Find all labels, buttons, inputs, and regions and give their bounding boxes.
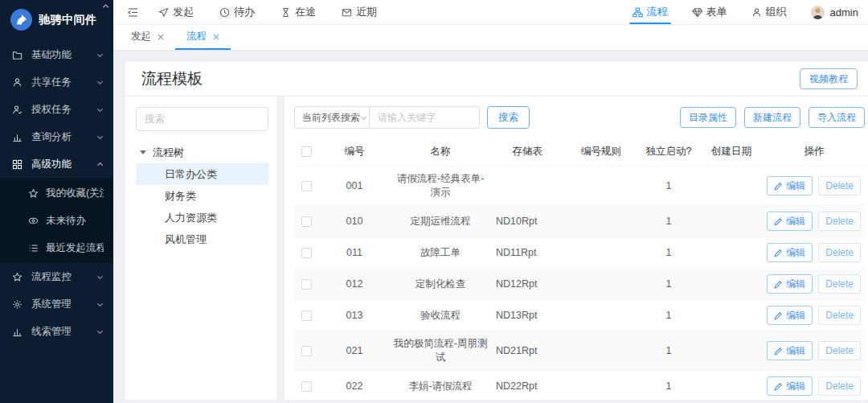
edit-button[interactable]: 编辑 <box>767 306 813 325</box>
close-icon[interactable] <box>213 34 219 40</box>
sidebar-item-query-analysis[interactable]: 查询分析 <box>0 123 113 150</box>
cell-store: ND10Rpt <box>490 209 564 234</box>
row-checkbox[interactable] <box>301 381 312 392</box>
nav-item-organization[interactable]: 组织 <box>751 0 787 24</box>
delete-button[interactable]: Delete <box>818 274 861 294</box>
unicorn-logo-icon <box>10 9 32 31</box>
table-body: 001 请假流程-经典表单-演示 1 编辑 Delete 010 定期运维流程 … <box>294 167 865 402</box>
nav-item-process[interactable]: 流程 <box>633 0 668 24</box>
tab-process[interactable]: 流程 <box>175 25 231 50</box>
user-menu[interactable]: admin <box>811 0 858 24</box>
chevron-down-icon <box>96 301 104 308</box>
folder-icon <box>12 49 23 60</box>
close-icon[interactable] <box>158 34 164 40</box>
nav-item-recent[interactable]: 近期 <box>342 0 377 24</box>
cell-name: 故障工单 <box>391 241 490 265</box>
cell-store <box>490 180 564 191</box>
tab-bar: 发起 流程 <box>113 25 868 51</box>
sidebar: 驰骋中间件 基础功能 共享任务 授权任务 查询分析 <box>0 0 113 403</box>
cell-created <box>699 310 764 321</box>
row-checkbox[interactable] <box>301 346 312 356</box>
sidebar-item-future-todo[interactable]: 未来待办 <box>0 207 113 234</box>
tree-node-daily-office[interactable]: 日常办公类 <box>136 163 268 185</box>
row-checkbox[interactable] <box>301 279 312 290</box>
card-body: 流程树 日常办公类 财务类 人力资源类 风机管理 当前列表搜索 <box>125 97 868 400</box>
edit-button[interactable]: 编辑 <box>767 212 813 231</box>
new-process-button[interactable]: 新建流程 <box>744 107 800 128</box>
tree-node-finance[interactable]: 财务类 <box>136 185 268 207</box>
delete-button[interactable]: Delete <box>818 341 861 360</box>
cell-store: ND11Rpt <box>490 241 564 265</box>
sidebar-item-process-monitor[interactable]: 流程监控 <box>0 263 113 290</box>
cell-no: 011 <box>318 241 391 265</box>
sidebar-item-authorized-tasks[interactable]: 授权任务 <box>0 96 113 123</box>
delete-button[interactable]: Delete <box>818 306 861 325</box>
user-avatar <box>811 6 825 19</box>
edit-button[interactable]: 编辑 <box>767 176 813 195</box>
panel-divider <box>276 97 285 400</box>
chevron-down-icon <box>96 273 104 281</box>
chevron-up-icon <box>96 161 104 168</box>
nav-item-in-transit[interactable]: 在途 <box>280 0 316 24</box>
brand-logo[interactable]: 驰骋中间件 <box>0 0 113 38</box>
row-checkbox[interactable] <box>301 181 312 191</box>
table-row: 011 故障工单 ND11Rpt 1 编辑 Delete <box>294 237 865 269</box>
tree-panel: 流程树 日常办公类 财务类 人力资源类 风机管理 <box>125 97 276 400</box>
menu-fold-icon[interactable] <box>127 6 139 19</box>
keyword-input[interactable] <box>369 106 480 129</box>
chevron-down-icon <box>96 134 104 141</box>
cell-created <box>699 247 764 258</box>
nav-item-todo[interactable]: 待办 <box>219 0 255 24</box>
delete-button[interactable]: Delete <box>818 376 861 396</box>
sidebar-item-recent-started-flows[interactable]: 最近发起流程 <box>0 234 113 261</box>
gear-icon <box>12 298 23 310</box>
sidebar-item-advanced-functions[interactable]: 高级功能 <box>0 150 113 178</box>
column-header-independent: 独立启动? <box>638 138 699 166</box>
tree-search-input[interactable] <box>136 107 268 131</box>
table-toolbar: 当前列表搜索 搜索 目录属性 新建流程 导入流程 <box>294 106 865 129</box>
cell-independent: 1 <box>638 303 699 328</box>
video-tutorial-button[interactable]: 视频教程 <box>800 68 858 89</box>
sidebar-item-system-management[interactable]: 系统管理 <box>0 290 113 318</box>
sidebar-item-clue-management[interactable]: 线索管理 <box>0 318 113 345</box>
edit-button[interactable]: 编辑 <box>767 341 813 360</box>
cell-actions: 编辑 Delete <box>764 371 865 401</box>
row-checkbox[interactable] <box>301 310 312 321</box>
sidebar-item-shared-tasks[interactable]: 共享任务 <box>0 68 113 96</box>
star-icon <box>28 187 39 199</box>
user-icon <box>12 76 23 88</box>
cell-actions: 编辑 Delete <box>764 237 865 268</box>
search-button[interactable]: 搜索 <box>487 106 530 129</box>
tree-node-root[interactable]: 流程树 <box>136 142 268 163</box>
delete-button[interactable]: Delete <box>818 212 861 231</box>
delete-button[interactable]: Delete <box>818 176 861 195</box>
tab-start[interactable]: 发起 <box>120 25 175 50</box>
table-header-row: 编号 名称 存储表 编号规则 独立启动? 创建日期 操作 <box>294 138 865 167</box>
select-all-checkbox[interactable] <box>301 146 312 157</box>
row-checkbox[interactable] <box>301 248 312 258</box>
edit-button[interactable]: 编辑 <box>767 243 813 262</box>
edit-button[interactable]: 编辑 <box>767 376 813 396</box>
bar-chart-icon <box>12 131 23 142</box>
import-process-button[interactable]: 导入流程 <box>809 107 865 128</box>
catalog-properties-button[interactable]: 目录属性 <box>680 107 736 128</box>
tree-node-fan-management[interactable]: 风机管理 <box>136 228 268 250</box>
list-scope-select[interactable]: 当前列表搜索 <box>294 106 370 129</box>
cell-store: ND12Rpt <box>490 272 564 297</box>
cell-independent: 1 <box>638 272 699 297</box>
tree-node-hr[interactable]: 人力资源类 <box>136 207 268 228</box>
sidebar-item-basic-functions[interactable]: 基础功能 <box>0 41 113 68</box>
cell-store: ND22Rpt <box>490 374 564 399</box>
cell-rule <box>564 216 638 227</box>
scroll-up-icon[interactable] <box>102 1 109 11</box>
delete-button[interactable]: Delete <box>818 243 861 262</box>
team-icon <box>751 7 762 18</box>
nav-item-start[interactable]: 发起 <box>158 0 194 24</box>
cell-created <box>699 380 764 392</box>
pencil-icon <box>774 280 783 289</box>
cell-actions: 编辑 Delete <box>764 335 865 366</box>
edit-button[interactable]: 编辑 <box>767 274 813 294</box>
nav-item-form[interactable]: 表单 <box>692 0 727 24</box>
sidebar-item-my-favorites[interactable]: 我的收藏(关注) <box>0 179 113 207</box>
row-checkbox[interactable] <box>301 216 312 227</box>
